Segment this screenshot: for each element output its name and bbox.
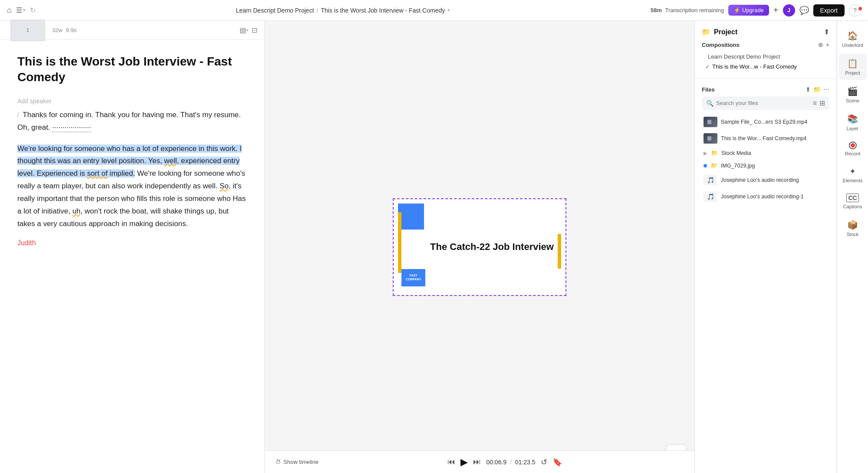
underlord-label: Underlord xyxy=(842,43,863,48)
record-inner-dot xyxy=(851,143,855,148)
lightning-icon: ⚡ xyxy=(733,7,740,13)
rail-item-scene[interactable]: 🎬 Scene xyxy=(839,82,867,108)
file-item-1[interactable]: Sample File_ Co...ers S3 Ep29.mp4 xyxy=(702,114,829,130)
active-folder-name: IMG_7029.jpg xyxy=(721,163,828,169)
stock-icon: 📦 xyxy=(847,220,858,230)
upload-files-button[interactable]: ⬆ xyxy=(806,86,811,93)
audio-thumb-2: 🎵 xyxy=(704,191,717,202)
rail-item-record[interactable]: Record xyxy=(839,137,867,161)
layout-button[interactable]: ▤ ▾ xyxy=(240,26,248,34)
files-label: Files xyxy=(702,86,715,93)
editor-toolbar-left: 1 32w 9.9s xyxy=(7,18,76,43)
home-button[interactable]: ⌂ xyxy=(7,6,12,15)
comp-item-project[interactable]: Learn Descript Demo Project xyxy=(702,52,829,62)
timeline-icon: ⏱ xyxy=(275,459,281,465)
skip-forward-button[interactable]: ⏭ xyxy=(473,457,481,466)
preview-panel: FASTCOMPANY The Catch-22 Job Interview ⚠… xyxy=(265,21,694,473)
panels-button[interactable]: ⊡ xyxy=(252,26,257,34)
file-name-label: This is the Worst Job Interview - Fast C… xyxy=(321,7,445,14)
speaker-name: Judith xyxy=(17,239,247,247)
add-speaker[interactable]: Add speaker xyxy=(17,98,247,105)
compositions-title: Compositions xyxy=(702,42,740,48)
wavy-so: So, xyxy=(220,182,231,190)
search-input[interactable] xyxy=(716,100,810,106)
files-header: 📁 Project ⬆ xyxy=(695,21,836,36)
upgrade-button[interactable]: ⚡ Upgrade xyxy=(728,5,769,16)
loop-button[interactable]: ↺ xyxy=(541,457,547,467)
folder-item-stock[interactable]: ▶ 📁 Stock Media xyxy=(702,147,829,159)
rail-item-layer[interactable]: 📚 Layer xyxy=(839,109,867,135)
editor-toolbar: 1 32w 9.9s ▤ ▾ ⊡ xyxy=(0,21,264,40)
files-more-button[interactable]: ⋯ xyxy=(823,86,829,93)
project-name[interactable]: Learn Descript Demo Project xyxy=(236,7,314,14)
project-rail-label: Project xyxy=(845,70,860,76)
canvas-yellow-left xyxy=(398,212,401,273)
captions-icon: CC xyxy=(846,194,858,202)
add-comp-button[interactable]: + xyxy=(826,41,829,48)
bookmark-button[interactable]: 🔖 xyxy=(552,457,562,467)
grid-button[interactable]: ⊞ xyxy=(819,99,825,107)
canvas-yellow-right xyxy=(558,234,561,269)
new-folder-button[interactable]: 📁 xyxy=(813,86,821,93)
dotted-section: ··················· xyxy=(52,123,91,132)
active-folder-dot xyxy=(704,164,707,168)
editor-panel: 1 32w 9.9s ▤ ▾ ⊡ This is the Worst Job I… xyxy=(0,21,265,473)
slide-thumbnail[interactable]: 1 xyxy=(10,20,45,41)
help-button[interactable]: ? xyxy=(849,4,861,16)
file-item-2[interactable]: This is the Wor... Fast Comedy.mp4 xyxy=(702,131,829,146)
rail-item-captions[interactable]: CC Captions xyxy=(839,189,867,214)
captions-label: Captions xyxy=(843,204,862,209)
time-display: 00:06.9 / 01:23.5 xyxy=(486,459,535,466)
refresh-button[interactable]: ↻ xyxy=(30,6,36,14)
rail-item-stock[interactable]: 📦 Stock xyxy=(839,215,867,241)
canvas-logo: FASTCOMPANY xyxy=(401,269,425,286)
files-section-header: Files ⬆ 📁 ⋯ xyxy=(702,82,829,93)
menu-button[interactable]: ☰ ▾ xyxy=(16,6,26,14)
add-button[interactable]: + xyxy=(773,5,779,15)
show-timeline-label: Show timeline xyxy=(283,459,319,465)
rail-item-project[interactable]: 📋 Project xyxy=(839,54,867,80)
timeline-toggle[interactable]: ⏱ Show timeline xyxy=(275,459,319,465)
comp-actions: ⊕ + xyxy=(818,41,829,48)
search-box: 🔍 ≡ ⊞ xyxy=(702,96,829,110)
chat-button[interactable]: 💬 xyxy=(799,6,809,15)
transcription-label: Transcription remaining xyxy=(665,7,724,13)
total-time: 01:23.5 xyxy=(515,459,536,466)
menu-icon: ☰ xyxy=(16,6,22,14)
folder-icon: 📁 xyxy=(702,28,710,36)
editor-content[interactable]: This is the Worst Job Interview - Fast C… xyxy=(0,40,264,473)
comp-check-2: ✓ xyxy=(705,64,710,70)
transcription-time: 58m xyxy=(651,7,662,13)
search-icon: 🔍 xyxy=(706,100,713,107)
upload-button[interactable]: ⬆ xyxy=(824,28,829,36)
folder-icon-img: 📁 xyxy=(710,162,717,169)
transcript-block-2: We're looking for someone who has a lot … xyxy=(17,143,247,230)
new-comp-button[interactable]: ⊕ xyxy=(818,41,823,48)
preview-canvas[interactable]: FASTCOMPANY The Catch-22 Job Interview xyxy=(393,198,566,296)
rail-item-underlord[interactable]: 🏠 Underlord xyxy=(839,26,867,52)
files-actions: ⬆ 📁 ⋯ xyxy=(806,86,829,93)
export-button[interactable]: Export xyxy=(813,4,845,16)
transcript-block-1: / Thanks for coming in. Thank you for ha… xyxy=(17,109,247,134)
play-button[interactable]: ▶ xyxy=(460,457,468,468)
audio-name-1: Josephine Loo's audio recording xyxy=(721,177,828,183)
layout-chevron-icon: ▾ xyxy=(246,28,248,33)
topbar-right: 58m Transcription remaining ⚡ Upgrade + … xyxy=(651,4,861,16)
layer-icon: 📚 xyxy=(847,114,858,124)
audio-item-1[interactable]: 🎵 Josephine Loo's audio recording xyxy=(702,172,829,188)
avatar[interactable]: J xyxy=(783,4,795,16)
slide-thumbnail-container: 1 xyxy=(7,18,49,43)
rail-item-elements[interactable]: ✦ Elements xyxy=(839,162,867,187)
slide-number: 1 xyxy=(26,28,29,33)
audio-thumb-1: 🎵 xyxy=(704,175,717,185)
comp-item-active[interactable]: ✓ This is the Wor...w - Fast Comedy xyxy=(702,62,829,72)
audio-item-2[interactable]: 🎵 Josephine Loo's audio recording-1 xyxy=(702,189,829,204)
file-name[interactable]: This is the Worst Job Interview - Fast C… xyxy=(321,7,450,14)
files-section: Files ⬆ 📁 ⋯ 🔍 ≡ ⊞ xyxy=(695,82,836,473)
panel-title: 📁 Project xyxy=(702,28,820,36)
skip-back-button[interactable]: ⏮ xyxy=(447,457,455,466)
filter-button[interactable]: ≡ xyxy=(813,99,817,107)
folder-item-img[interactable]: 📁 IMG_7029.jpg xyxy=(702,160,829,171)
transcript-line-1: Thanks for coming in. Thank you for havi… xyxy=(17,111,241,132)
file-thumb-2 xyxy=(704,133,717,144)
